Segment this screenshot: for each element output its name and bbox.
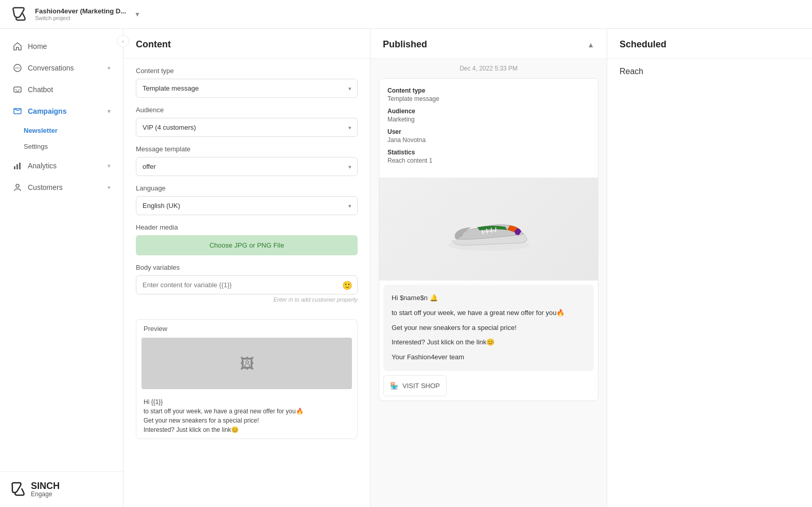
sidebar-item-conversations[interactable]: Conversations ▾ <box>4 58 119 78</box>
published-shoe-image <box>379 178 598 281</box>
message-template-group: Message template offer welcome ▾ <box>136 145 358 176</box>
analytics-icon <box>12 161 23 171</box>
published-title: Published <box>383 39 427 50</box>
sidebar-item-campaigns[interactable]: Campaigns ▾ <box>4 101 119 121</box>
pub-msg-line4: Interested? Just klick on the link😊 <box>392 337 586 348</box>
svg-point-11 <box>16 184 19 187</box>
campaigns-sub-nav: Newsletter Settings <box>0 123 123 154</box>
content-type-group: Content type Template message Simple mes… <box>136 67 358 98</box>
preview-label: Preview <box>136 320 357 338</box>
header-media-label: Header media <box>136 223 358 231</box>
published-header: Published ▲ <box>370 29 607 59</box>
sidebar-item-chatbot-label: Chatbot <box>28 85 111 94</box>
switch-project-link[interactable]: Switch project <box>35 15 126 21</box>
variable-hint: Enter /n to add customer property <box>136 296 358 303</box>
content-form: Content type Template message Simple mes… <box>123 59 370 319</box>
message-template-select-wrapper: offer welcome ▾ <box>136 157 358 176</box>
sidebar-item-newsletter[interactable]: Newsletter <box>24 123 123 138</box>
visit-shop-button[interactable]: 🏪 VISIT SHOP <box>383 375 447 396</box>
preview-image-icon: 🖼 <box>240 355 254 372</box>
language-select-wrapper: English (UK) English (US) ▾ <box>136 196 358 215</box>
svg-point-5 <box>15 89 16 90</box>
content-panel-title: Content <box>136 39 358 50</box>
bell-icon: 🔔 <box>430 294 438 302</box>
pub-statistics-label: Statistics <box>387 149 590 156</box>
sidebar-item-conversations-label: Conversations <box>28 64 102 72</box>
project-dropdown-arrow[interactable]: ▼ <box>134 11 140 18</box>
top-bar: Fashion4ever (Marketing D... Switch proj… <box>0 0 812 29</box>
sidebar-item-chatbot[interactable]: Chatbot <box>4 79 119 100</box>
preview-section: Preview 🖼 Hi {{1}} to start off your wee… <box>136 319 358 439</box>
svg-point-3 <box>19 67 20 68</box>
preview-line2: to start off your week, we have a great … <box>144 407 350 416</box>
sidebar-item-campaigns-label: Campaigns <box>28 107 102 115</box>
content-type-label: Content type <box>136 67 358 75</box>
published-card: Content type Template message Audience M… <box>379 78 598 401</box>
svg-point-2 <box>17 67 18 68</box>
content-panel-header: Content <box>123 29 370 59</box>
published-message: Hi $name$n 🔔 to start off your week, we … <box>383 285 594 371</box>
published-collapse-btn[interactable]: ▲ <box>587 41 594 49</box>
project-info: Fashion4ever (Marketing D... Switch proj… <box>35 7 126 21</box>
sinch-logo-icon <box>8 480 27 499</box>
sidebar-item-settings[interactable]: Settings <box>24 138 123 154</box>
reach-section: Reach <box>607 59 812 84</box>
chatbot-icon <box>12 84 23 95</box>
sinch-text: SINCH <box>31 481 60 491</box>
scheduled-header: Scheduled <box>607 29 812 59</box>
pub-reach-label: Reach content <box>387 157 427 164</box>
svg-rect-9 <box>16 164 18 169</box>
pub-reach-content-value: Reach content 1 <box>387 157 590 164</box>
preview-line3: Get your new sneakers for a special pric… <box>144 416 350 425</box>
sidebar-nav: Home Conversations ▾ <box>0 29 123 471</box>
body-variables-group: Body variables 🙂 Enter /n to add custome… <box>136 264 358 303</box>
conversations-arrow: ▾ <box>108 65 111 72</box>
pub-msg-sign: Your Fashion4ever team <box>392 352 586 363</box>
audience-group: Audience VIP (4 customers) All customers… <box>136 106 358 137</box>
svg-point-6 <box>19 89 20 90</box>
pub-user-value: Jana Novotna <box>387 136 590 144</box>
preview-image-placeholder: 🖼 <box>142 338 352 389</box>
body-variables-label: Body variables <box>136 264 358 271</box>
app-logo <box>8 4 29 25</box>
sidebar-item-analytics-label: Analytics <box>28 162 102 170</box>
svg-rect-8 <box>14 166 15 169</box>
sidebar-item-home-label: Home <box>28 42 111 50</box>
sidebar-item-customers[interactable]: Customers ▾ <box>4 177 119 198</box>
customers-arrow: ▾ <box>108 184 111 191</box>
sidebar-item-home[interactable]: Home <box>4 36 119 57</box>
engage-text: Engage <box>31 491 60 498</box>
language-select[interactable]: English (UK) English (US) <box>136 196 358 215</box>
pub-reach-value: 1 <box>429 157 433 164</box>
reach-label: Reach <box>620 67 643 76</box>
svg-point-1 <box>15 67 16 68</box>
home-icon <box>12 41 23 51</box>
pub-user-row: User Jana Novotna <box>387 128 590 144</box>
conversations-icon <box>12 63 23 73</box>
analytics-arrow: ▾ <box>108 163 111 169</box>
pub-msg-line2: to start off your week, we have a great … <box>392 308 586 319</box>
pub-user-label: User <box>387 128 590 135</box>
sidebar-item-analytics[interactable]: Analytics ▾ <box>4 155 119 176</box>
sidebar-item-customers-label: Customers <box>28 183 102 191</box>
content-type-select[interactable]: Template message Simple message <box>136 79 358 98</box>
pub-msg-line3: Get your new sneakers for a special pric… <box>392 323 586 334</box>
svg-line-15 <box>491 228 491 233</box>
preview-line4: Interested? Just klick on the link😊 <box>144 425 350 434</box>
sidebar-logo: SINCH Engage <box>0 471 123 507</box>
variable-input[interactable] <box>136 275 358 294</box>
message-template-select[interactable]: offer welcome <box>136 157 358 176</box>
variable-input-wrapper: 🙂 <box>136 275 358 294</box>
sinch-engage-text: SINCH Engage <box>31 481 60 498</box>
audience-select[interactable]: VIP (4 customers) All customers <box>136 118 358 137</box>
sidebar-collapse-btn[interactable]: ‹ <box>117 35 129 47</box>
shoe-illustration <box>443 198 535 260</box>
header-media-group: Header media Choose JPG or PNG File <box>136 223 358 255</box>
content-type-select-wrapper: Template message Simple message ▾ <box>136 79 358 98</box>
pub-audience-row: Audience Marketing <box>387 108 590 123</box>
scheduled-panel: Scheduled Reach <box>607 29 812 507</box>
emoji-button[interactable]: 🙂 <box>342 280 352 290</box>
main-layout: ‹ Home <box>0 29 812 507</box>
pub-audience-value: Marketing <box>387 116 590 123</box>
choose-file-button[interactable]: Choose JPG or PNG File <box>136 235 358 255</box>
